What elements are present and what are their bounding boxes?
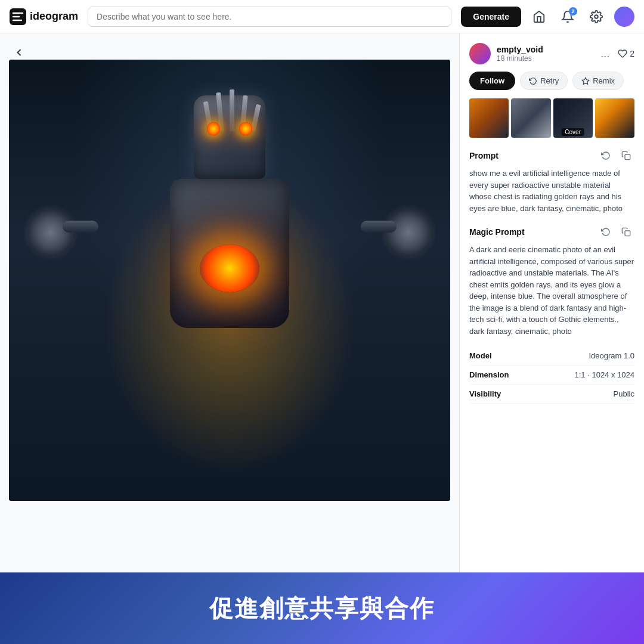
generate-button[interactable]: Generate (461, 7, 521, 27)
logo[interactable]: ideogram (10, 8, 78, 25)
retry-icon (529, 77, 537, 85)
spike-5 (250, 104, 261, 132)
prompt-actions (597, 147, 634, 164)
robot-eye-right (239, 122, 252, 135)
time-ago: 18 minutes (497, 54, 597, 63)
search-input[interactable] (88, 7, 451, 27)
model-value: Ideogram 1.0 (589, 351, 634, 360)
copy-icon (621, 151, 631, 160)
footer-text: 促進創意共享與合作 (209, 592, 435, 625)
visibility-row: Visibility Public (469, 385, 634, 404)
refresh-icon (601, 151, 611, 160)
dimension-row: Dimension 1:1 · 1024 x 1024 (469, 366, 634, 385)
model-row: Model Ideogram 1.0 (469, 346, 634, 366)
thumbnail-2[interactable] (511, 98, 550, 138)
image-panel (0, 33, 459, 572)
dimension-value: 1:1 · 1024 x 1024 (575, 370, 634, 379)
remix-button[interactable]: Remix (572, 72, 624, 90)
ai-figure (9, 60, 450, 501)
header: ideogram Generate 2 (0, 0, 644, 33)
svg-rect-4 (625, 231, 630, 236)
thumbnails-grid: Cover (469, 98, 634, 138)
visibility-value: Public (614, 389, 634, 398)
side-orb-right (385, 209, 432, 256)
avatar[interactable] (614, 7, 634, 27)
right-panel: empty_void 18 minutes ... 2 Follow (459, 33, 644, 572)
notifications-button[interactable]: 2 (557, 6, 578, 27)
username: empty_void (497, 45, 597, 54)
magic-prompt-copy-button[interactable] (618, 224, 634, 240)
thumbnail-3[interactable]: Cover (553, 98, 593, 138)
cover-badge: Cover (561, 128, 584, 136)
magic-prompt-title: Magic Prompt (469, 227, 525, 237)
prompt-section-header: Prompt (469, 147, 634, 164)
prompt-text: show me a evil artificial intelligence m… (469, 168, 634, 214)
action-row: Follow Retry Remix (469, 72, 634, 90)
prompt-title: Prompt (469, 151, 499, 160)
retry-label: Retry (540, 76, 559, 85)
robot-head (194, 95, 265, 179)
svg-marker-2 (582, 78, 589, 84)
model-label: Model (469, 351, 492, 360)
logo-icon (10, 8, 26, 25)
footer-banner: 促進創意共享與合作 (0, 572, 644, 644)
home-button[interactable] (528, 6, 550, 27)
chest-glow (200, 244, 259, 292)
user-row: empty_void 18 minutes ... 2 (469, 43, 634, 64)
svg-rect-3 (625, 154, 630, 160)
arm-connector-right (361, 221, 397, 233)
remix-icon (581, 77, 590, 85)
remix-label: Remix (593, 76, 615, 85)
heart-icon (618, 49, 627, 58)
like-number: 2 (630, 49, 634, 58)
side-orb-left (27, 209, 75, 256)
prompt-copy-button[interactable] (618, 147, 634, 164)
thumbnail-4[interactable] (595, 98, 634, 138)
user-actions: ... 2 (597, 47, 634, 61)
user-info: empty_void 18 minutes (497, 45, 597, 63)
refresh-icon-2 (601, 227, 611, 237)
copy-icon-2 (621, 227, 631, 237)
home-icon (532, 10, 546, 23)
like-count: 2 (618, 49, 634, 58)
robot-spikes (188, 95, 271, 131)
header-icons: 2 (528, 6, 634, 27)
logo-text: ideogram (30, 10, 78, 23)
notification-badge: 2 (569, 7, 577, 16)
arm-connector-left (63, 221, 98, 233)
more-button[interactable]: ... (597, 47, 613, 61)
spike-3 (230, 89, 234, 131)
magic-prompt-refresh-button[interactable] (597, 224, 614, 240)
gear-icon (590, 10, 603, 23)
magic-prompt-text: A dark and eerie cinematic photo of an e… (469, 244, 634, 337)
user-avatar[interactable] (469, 43, 491, 64)
visibility-label: Visibility (469, 389, 501, 398)
main-image (9, 60, 450, 501)
robot-eye-left (207, 122, 220, 135)
back-icon (13, 47, 25, 58)
settings-button[interactable] (586, 6, 607, 27)
thumbnail-1[interactable] (469, 98, 509, 138)
svg-point-1 (595, 15, 598, 18)
follow-button[interactable]: Follow (469, 72, 515, 90)
retry-button[interactable]: Retry (520, 72, 568, 90)
back-button[interactable] (10, 43, 29, 62)
dimension-label: Dimension (469, 370, 509, 379)
main-content: empty_void 18 minutes ... 2 Follow (0, 33, 644, 572)
prompt-refresh-button[interactable] (597, 147, 614, 164)
magic-prompt-section-header: Magic Prompt (469, 224, 634, 240)
magic-prompt-actions (597, 224, 634, 240)
